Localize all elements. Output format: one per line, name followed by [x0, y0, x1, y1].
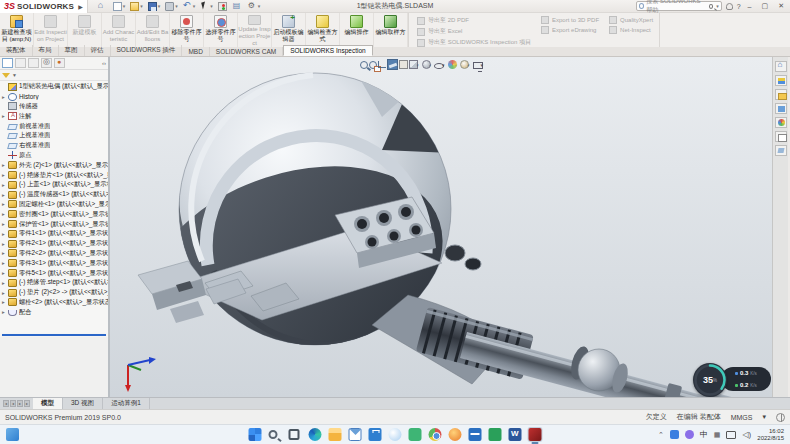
dropdown-caret[interactable]: ▾	[140, 3, 143, 9]
tree-item[interactable]: ▸ 零件5<1> (默认<<默认>_显示状态	[0, 268, 108, 278]
tree-item[interactable]: ▸ 外壳 (2)<1> (默认<<默认>_显示状	[0, 160, 108, 170]
tree-item[interactable]: ▸ History	[0, 92, 108, 102]
tree-item[interactable]: ▸ 零件3<1> (默认<<默认>_显示状态	[0, 258, 108, 268]
taskbar-app-icon[interactable]	[489, 428, 502, 441]
taskbar-app-icon[interactable]	[349, 428, 362, 441]
touch-keyboard-icon[interactable]: ▦	[714, 431, 721, 439]
export-button[interactable]: Net-Inspect	[609, 26, 653, 34]
tray-overflow-chevron[interactable]: ⌃	[658, 431, 664, 439]
task-pane-tab[interactable]	[775, 145, 787, 156]
taskbar-app-icon[interactable]	[269, 428, 282, 441]
ribbon-button[interactable]: 选择零件序号	[204, 13, 238, 47]
heads-up-button[interactable]: ▾	[422, 60, 432, 69]
tree-item[interactable]: 右视基准面	[0, 141, 108, 151]
tree-item[interactable]: 原点	[0, 151, 108, 161]
rollback-bar[interactable]	[2, 334, 106, 336]
tree-item[interactable]: ▸ 零件2<1> (默认<<默认>_显示状态	[0, 239, 108, 249]
export-button[interactable]: 导出至 Excel	[417, 27, 531, 36]
filter-funnel-icon[interactable]	[2, 73, 10, 78]
tree-item[interactable]: 传感器	[0, 102, 108, 112]
ribbon-button[interactable]: 编辑操作	[340, 13, 374, 47]
ribbon-tab[interactable]: 草图	[59, 45, 85, 56]
task-pane-tab[interactable]	[775, 117, 787, 128]
tree-item[interactable]: ▸ (-) 垫片 (2)<2> -> (默认<<默认>_	[0, 288, 108, 298]
quick-access-button[interactable]: ▾	[128, 1, 145, 12]
export-button[interactable]: Export eDrawing	[541, 26, 599, 34]
quick-access-button[interactable]	[216, 1, 230, 12]
help-button[interactable]: ?	[737, 3, 741, 10]
tree-item[interactable]: ▸ 密封圈<1> (默认<<默认>_显示状	[0, 209, 108, 219]
heads-up-button[interactable]	[378, 61, 384, 68]
quick-access-button[interactable]	[96, 1, 110, 12]
tree-item[interactable]: ▸ 保护管<1> (默认<<默认>_显示状	[0, 219, 108, 229]
task-pane-tab[interactable]	[775, 103, 787, 114]
ribbon-button[interactable]: 新建模板	[68, 13, 102, 47]
task-pane-tab[interactable]	[775, 89, 787, 100]
taskbar-app-icon[interactable]	[449, 428, 462, 441]
ribbon-tab[interactable]: MBD	[182, 47, 209, 56]
tree-item[interactable]: ▸ 配合	[0, 307, 108, 317]
search-input[interactable]: 搜索 SOLIDWORKS 帮助 ▾	[636, 1, 722, 11]
ribbon-button[interactable]: Add/Edit Balloons	[136, 13, 170, 47]
quick-access-button[interactable]: ▾	[181, 1, 198, 12]
ribbon-tab[interactable]: SOLIDWORKS CAM	[210, 47, 283, 56]
taskbar-app-icon[interactable]	[329, 428, 342, 441]
globe-help-icon[interactable]	[776, 413, 785, 422]
task-pane-tab[interactable]	[775, 75, 787, 86]
quick-access-button[interactable]: ▾	[111, 1, 128, 12]
ribbon-button[interactable]: 编辑取样方	[374, 13, 408, 47]
export-button[interactable]: Export to 3D PDF	[541, 16, 599, 24]
export-button[interactable]: QualityXpert	[609, 16, 653, 24]
taskbar-app-icon[interactable]	[509, 428, 522, 441]
heads-up-button[interactable]: ▾	[460, 60, 470, 69]
ribbon-tab[interactable]: 评估	[85, 45, 111, 56]
document-tab[interactable]: 模型	[33, 398, 63, 409]
taskbar-app-icon[interactable]	[389, 428, 402, 441]
displaymanager-tab[interactable]	[54, 58, 65, 68]
heads-up-button[interactable]: ▾	[473, 61, 484, 69]
minimize-button[interactable]: –	[745, 3, 755, 10]
ribbon-tab[interactable]: 布局	[33, 45, 59, 56]
speaker-icon[interactable]: ◁)	[742, 430, 751, 439]
ribbon-button[interactable]: Update Inspection Project	[238, 13, 272, 47]
menu-expand-arrow[interactable]: ▶	[78, 3, 83, 10]
unit-system[interactable]: MMGS	[731, 414, 753, 421]
tree-item[interactable]: ▸ (-) 绝缘管.step<1> (默认<<默认>_	[0, 278, 108, 288]
login-user-icon[interactable]	[726, 3, 733, 10]
tree-item[interactable]: ▸ (-) 上盖<1> (默认<<默认>_显示状	[0, 180, 108, 190]
ribbon-button[interactable]: 移除零件序号	[170, 13, 204, 47]
cpu-gauge[interactable]: 35 %	[693, 363, 727, 397]
ribbon-tab[interactable]: 装配体	[0, 45, 33, 56]
export-button[interactable]: 导出至 SOLIDWORKS Inspection 项目	[417, 38, 531, 47]
tree-item[interactable]: 1型铠装热电偶 (默认<默认_显示状态-1	[0, 82, 108, 92]
tree-item[interactable]: 前视基准面	[0, 121, 108, 131]
heads-up-button[interactable]: ▾	[434, 61, 445, 69]
dropdown-caret[interactable]: ▾	[175, 3, 178, 9]
tree-item[interactable]: ▸ 零件1<1> (默认<<默认>_显示状态	[0, 229, 108, 239]
network-display-icon[interactable]	[726, 431, 736, 439]
heads-up-button[interactable]	[399, 60, 406, 69]
dropdown-caret[interactable]: ▾	[158, 3, 161, 9]
configurationmanager-tab[interactable]	[28, 58, 39, 68]
heads-up-button[interactable]: ▾	[409, 60, 419, 69]
quick-access-button[interactable]: ▾	[198, 1, 215, 12]
tree-item[interactable]: ▸ (-) 绝缘垫片<1> (默认<<默认>_显	[0, 170, 108, 180]
propertymanager-tab[interactable]	[15, 58, 26, 68]
doc-tab-nav[interactable]: ◂◂▸▸	[0, 398, 33, 409]
taskbar-app-icon[interactable]	[369, 428, 382, 441]
taskbar-app-icon[interactable]	[309, 428, 322, 441]
tree-item[interactable]: ▸ (-) 温度传感器<1> (默认<<默认>_	[0, 190, 108, 200]
dropdown-caret[interactable]: ▾	[123, 3, 126, 9]
dropdown-caret[interactable]: ▾	[210, 3, 213, 9]
net-speed-overlay[interactable]: 0.3 K/s 0.2 K/s 35 %	[693, 360, 772, 397]
tree-item[interactable]: ▸ 固定螺栓<1> (默认<<默认>_显示	[0, 200, 108, 210]
taskbar-app-icon[interactable]	[429, 428, 442, 441]
clock[interactable]: 16:02 2022/8/15	[757, 428, 784, 442]
taskbar-app-icon[interactable]	[289, 428, 302, 441]
ribbon-button[interactable]: 编辑检查方式	[306, 13, 340, 47]
quick-access-button[interactable]: ▾	[163, 1, 180, 12]
quick-access-button[interactable]: ▾	[146, 1, 163, 12]
heads-up-button[interactable]	[369, 61, 375, 69]
search-caret[interactable]: ▾	[716, 3, 719, 9]
featuremanager-tree-tab[interactable]	[2, 58, 13, 68]
